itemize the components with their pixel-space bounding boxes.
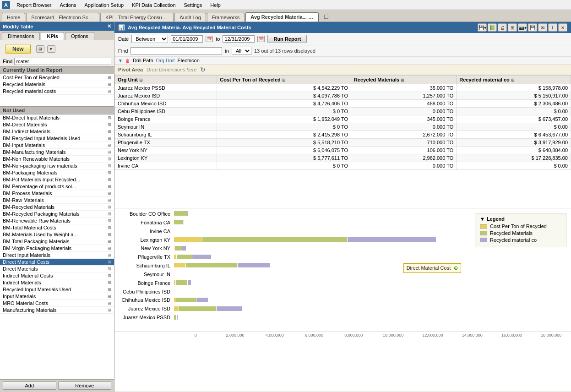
legend-swatch-cost: [480, 224, 487, 229]
not-used-item[interactable]: BM-Pct Materials Input Recycled...⊞: [0, 176, 114, 183]
not-used-item[interactable]: Indirect Materials⊞: [0, 279, 114, 286]
table-row[interactable]: Irvine CA $ 0 TO 0.000 TO $ 0.00: [115, 162, 571, 170]
not-used-item[interactable]: Recycled Input Materials Used⊞: [0, 286, 114, 293]
tab-kpi-energy[interactable]: KPI - Total Energy Consume...: [100, 13, 174, 22]
not-used-item[interactable]: BM-Direct Materials⊞: [0, 121, 114, 128]
menu-help[interactable]: Help: [207, 1, 224, 9]
kpi-cost-per-ton[interactable]: Cost Per Ton of Recycled ⊞: [0, 74, 114, 81]
not-used-item[interactable]: BM-Recycled Materials⊞: [0, 204, 114, 211]
date-from-input[interactable]: [171, 35, 203, 43]
tab-dimensions[interactable]: Dimensions: [2, 32, 40, 40]
not-used-item[interactable]: BM-Recycled Input Materials Used⊞: [0, 135, 114, 142]
remove-button[interactable]: Remove: [58, 381, 112, 390]
not-used-item[interactable]: BM-Process Materials⊞: [0, 190, 114, 197]
in-select[interactable]: All: [232, 47, 251, 55]
menu-kpi-data-collection[interactable]: KPI Data Collection: [128, 1, 179, 9]
tab-avg-recycled[interactable]: Avg Recycled Materia... ✕: [245, 12, 319, 22]
email-icon[interactable]: ✉: [538, 23, 547, 32]
not-used-item[interactable]: BM-Total Material Costs⊞: [0, 224, 114, 231]
pivot-refresh-icon[interactable]: ↻: [200, 66, 206, 73]
not-used-item[interactable]: BM-Manufacturing Materials⊞: [0, 149, 114, 156]
not-used-item[interactable]: MRO Material Costs⊞: [0, 300, 114, 307]
not-used-item[interactable]: Indirect Material Costs⊞: [0, 272, 114, 279]
legend-collapse-icon[interactable]: ▼: [480, 216, 485, 222]
drop-zone-label[interactable]: Drop Dimensions here: [147, 67, 196, 72]
not-used-item[interactable]: BM-Materials Used by Weight a...⊞: [0, 231, 114, 238]
drill-org-unit-link[interactable]: Org Unit: [156, 58, 175, 63]
calendar-from-icon[interactable]: 📅: [206, 36, 213, 42]
col-recycled-material-co[interactable]: Recycled material co ⊞: [457, 76, 571, 84]
table-row[interactable]: Pflugerville TX $ 5,518,210 TO 710.000 T…: [115, 139, 571, 147]
tab-options[interactable]: Options: [65, 32, 94, 40]
not-used-item[interactable]: BM-Input Materials⊞: [0, 142, 114, 149]
kpi-recycled-material-costs[interactable]: Recycled material costs ⊞: [0, 88, 114, 95]
col-org-unit[interactable]: Org Unit ⊞: [115, 76, 217, 84]
run-report-button[interactable]: Run Report: [267, 35, 307, 43]
menu-report-browser[interactable]: Report Browser: [13, 1, 55, 9]
print-icon[interactable]: 🖨: [498, 23, 507, 32]
not-used-item[interactable]: BM-Direct Input Materials⊞: [0, 114, 114, 121]
table-row[interactable]: Lexington KY $ 5,777,611 TO 2,982.000 TO…: [115, 154, 571, 162]
new-button[interactable]: New: [5, 44, 31, 54]
not-used-item[interactable]: BM-Non Renewable Materials⊞: [0, 156, 114, 163]
not-used-item[interactable]: BM-Virgin Packaging Materials⊞: [0, 245, 114, 252]
not-used-item[interactable]: BM-Total Packaging Materials⊞: [0, 238, 114, 245]
right-panel: 📊 Avg Recycled Materia- Avg Recycled Mat…: [114, 22, 571, 392]
not-used-item[interactable]: BM-Raw Materials⊞: [0, 197, 114, 204]
cell-cost-per-ton: $ 4,726,406 TO: [217, 100, 351, 108]
bar-lavender: [348, 237, 436, 242]
table-row[interactable]: New York NY $ 6,046,075 TO 106.000 TO $ …: [115, 147, 571, 154]
tab-audit-log[interactable]: Audit Log: [174, 13, 206, 22]
calendar-to-icon[interactable]: 📅: [257, 36, 265, 42]
find-input-left[interactable]: [14, 58, 111, 65]
kpi-recycled-materials[interactable]: Recycled Materials ⊞: [0, 81, 114, 88]
table-row[interactable]: Boinge France $ 1,952,049 TO 345.000 TO …: [115, 115, 571, 123]
excel-icon[interactable]: 📗: [488, 23, 497, 32]
tab-add[interactable]: □: [320, 11, 332, 22]
close2-icon[interactable]: ✕: [558, 23, 567, 32]
save2-icon[interactable]: 💾: [528, 23, 537, 32]
table-row[interactable]: Juarez Mexico PSSD $ 4,542,229 TO 35.000…: [115, 84, 571, 92]
not-used-item[interactable]: BM-Renewable Raw Materials⊞: [0, 218, 114, 224]
tab-close-btn[interactable]: ✕: [310, 14, 314, 20]
add-button[interactable]: Add: [3, 381, 56, 390]
not-used-item[interactable]: Direct Input Materials⊞: [0, 252, 114, 259]
tab-scorecard[interactable]: Scorecard - Electricon Score...: [26, 13, 99, 22]
table-row[interactable]: Schaumburg IL $ 2,415,298 TO 2,672.000 T…: [115, 131, 571, 139]
date-between-select[interactable]: Between: [131, 35, 168, 43]
cell-recycled-mat: 35.000 TO: [351, 84, 457, 92]
print2-icon[interactable]: ⊞: [508, 23, 517, 32]
menu-settings[interactable]: Settings: [180, 1, 206, 9]
not-used-item[interactable]: Input Materials⊞: [0, 293, 114, 300]
table-row[interactable]: Cebu Philippines ISD $ 0 TO 0.000 TO $ 0…: [115, 108, 571, 115]
camera-icon[interactable]: 📷▾: [518, 23, 527, 32]
dropdown-icon[interactable]: ▾: [47, 45, 55, 53]
not-used-item[interactable]: BM-Recycled Packaging Materials⊞: [0, 211, 114, 218]
not-used-item[interactable]: Direct Materials⊞: [0, 266, 114, 272]
menu-application-setup[interactable]: Application Setup: [81, 1, 128, 9]
save-options-icon[interactable]: 💾▾: [478, 23, 487, 32]
info-icon[interactable]: ℹ: [548, 23, 557, 32]
not-used-item[interactable]: BM-Indirect Materials⊞: [0, 128, 114, 135]
not-used-item[interactable]: BM-Percentage of products sol...⊞: [0, 183, 114, 190]
panel-close-icon[interactable]: ✕: [107, 23, 111, 29]
not-used-item[interactable]: Direct Material Costs⊞: [0, 259, 114, 266]
tab-home[interactable]: Home: [2, 13, 25, 22]
menu-actions[interactable]: Actions: [56, 1, 80, 9]
chart-label: Juarez Mexico PSSD: [116, 314, 172, 321]
table-row[interactable]: Juarez Mexico ISD $ 4,097,786 TO 1,257.0…: [115, 92, 571, 100]
not-used-item[interactable]: BM-Packaging Materials⊞: [0, 169, 114, 176]
col-recycled-materials[interactable]: Recycled Materials ⊞: [351, 76, 457, 84]
not-used-item[interactable]: Manufacturing Materials⊞: [0, 307, 114, 314]
col-cost-per-ton[interactable]: Cost Per Ton of Recycled ⊞: [217, 76, 351, 84]
table-row[interactable]: Chihuhua Mexico ISD $ 4,726,406 TO 488.0…: [115, 100, 571, 108]
find-input-right[interactable]: [131, 47, 222, 54]
tab-kpis[interactable]: KPIs: [41, 32, 64, 40]
table-row[interactable]: Seymour IN $ 0 TO 0.000 TO $ 0.00: [115, 123, 571, 131]
cell-cost-per-ton: $ 5,777,611 TO: [217, 154, 351, 162]
grid-icon[interactable]: ⊞: [36, 45, 44, 53]
drill-delete-icon[interactable]: 🗑: [125, 58, 130, 63]
tab-frameworks[interactable]: Frameworks: [207, 13, 245, 22]
date-to-input[interactable]: [223, 35, 255, 43]
not-used-item[interactable]: BM-Non-packaging raw materials⊞: [0, 163, 114, 169]
